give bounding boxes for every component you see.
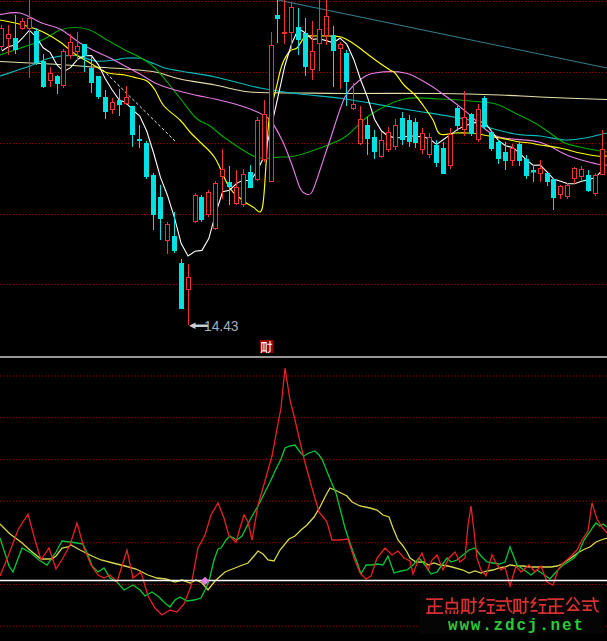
svg-text:www.zdcj.net: www.zdcj.net	[448, 617, 583, 635]
svg-text:14.43: 14.43	[204, 319, 239, 334]
